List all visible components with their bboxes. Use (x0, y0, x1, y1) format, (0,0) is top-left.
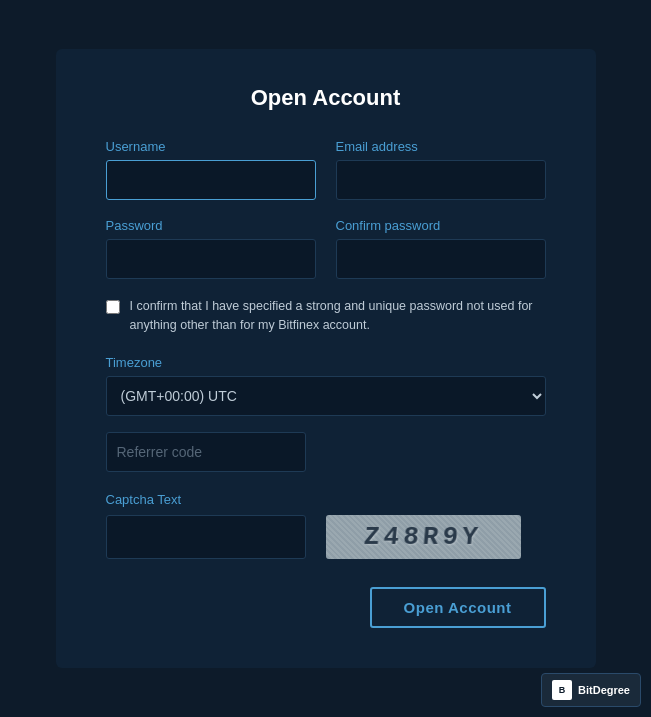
password-confirmation-row: I confirm that I have specified a strong… (106, 297, 546, 335)
submit-row: Open Account (106, 587, 546, 628)
bitdegree-label: BitDegree (578, 684, 630, 696)
captcha-text-display: Z48R9Y (363, 522, 483, 552)
referrer-group (106, 432, 546, 492)
password-confirm-label: I confirm that I have specified a strong… (130, 297, 546, 335)
username-label: Username (106, 139, 316, 154)
captcha-label: Captcha Text (106, 492, 546, 507)
email-group: Email address (336, 139, 546, 200)
timezone-label: Timezone (106, 355, 546, 370)
email-label: Email address (336, 139, 546, 154)
bitdegree-icon: B (552, 680, 572, 700)
password-label: Password (106, 218, 316, 233)
confirm-password-input[interactable] (336, 239, 546, 279)
password-row: Password Confirm password (106, 218, 546, 279)
open-account-button[interactable]: Open Account (370, 587, 546, 628)
bitdegree-badge: B BitDegree (541, 673, 641, 707)
username-input[interactable] (106, 160, 316, 200)
username-email-row: Username Email address (106, 139, 546, 200)
password-confirm-checkbox[interactable] (106, 300, 120, 314)
page-title: Open Account (106, 85, 546, 111)
password-group: Password (106, 218, 316, 279)
captcha-input[interactable] (106, 515, 306, 559)
captcha-row: Z48R9Y (106, 515, 546, 559)
captcha-image: Z48R9Y (326, 515, 521, 559)
username-group: Username (106, 139, 316, 200)
confirm-password-label: Confirm password (336, 218, 546, 233)
referrer-input[interactable] (106, 432, 306, 472)
timezone-select[interactable]: (GMT+00:00) UTC (106, 376, 546, 416)
captcha-group: Captcha Text Z48R9Y (106, 492, 546, 559)
confirm-password-group: Confirm password (336, 218, 546, 279)
timezone-group: Timezone (GMT+00:00) UTC (106, 355, 546, 432)
registration-card: Open Account Username Email address Pass… (56, 49, 596, 668)
email-input[interactable] (336, 160, 546, 200)
password-input[interactable] (106, 239, 316, 279)
